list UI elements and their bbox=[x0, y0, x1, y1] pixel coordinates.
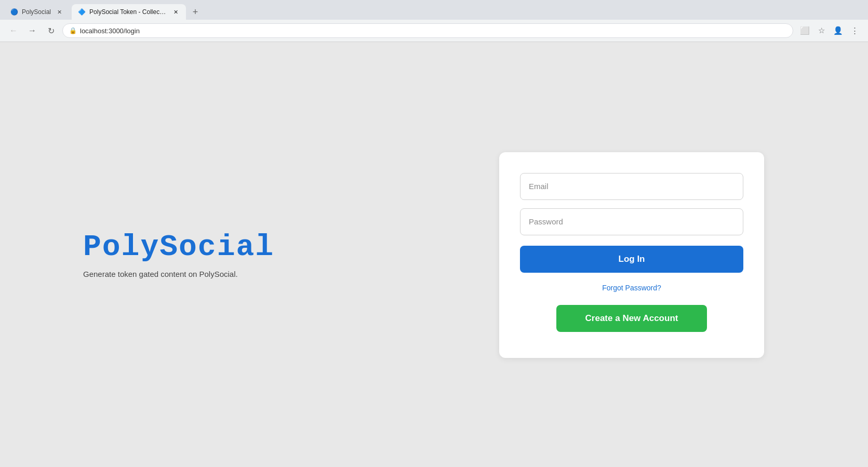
login-button[interactable]: Log In bbox=[520, 246, 743, 273]
left-section: PolySocial Generate token gated content … bbox=[83, 232, 274, 278]
forgot-password-container: Forgot Password? bbox=[520, 283, 743, 292]
page-content: PolySocial Generate token gated content … bbox=[0, 42, 868, 467]
bookmark-icon[interactable]: ☆ bbox=[814, 23, 829, 38]
browser-chrome: 🔵 PolySocial ✕ 🔷 PolySocial Token - Coll… bbox=[0, 0, 868, 42]
tab-favicon-2: 🔷 bbox=[78, 8, 85, 16]
tab-close-2[interactable]: ✕ bbox=[171, 8, 180, 16]
new-tab-button[interactable]: + bbox=[188, 5, 203, 19]
app-logo: PolySocial bbox=[83, 232, 274, 262]
tab-favicon-1: 🔵 bbox=[10, 8, 18, 16]
login-card: Log In Forgot Password? Create a New Acc… bbox=[499, 152, 764, 358]
profile-icon[interactable]: 👤 bbox=[831, 23, 845, 38]
toolbar-icons: ⬜ ☆ 👤 ⋮ bbox=[797, 23, 862, 38]
email-input[interactable] bbox=[520, 173, 743, 200]
forgot-password-link[interactable]: Forgot Password? bbox=[602, 284, 661, 292]
menu-icon[interactable]: ⋮ bbox=[847, 23, 862, 38]
tagline: Generate token gated content on PolySoci… bbox=[83, 269, 274, 278]
tab-polysocial-token[interactable]: 🔷 PolySocial Token - Collection | C... ✕ bbox=[72, 4, 186, 20]
logo-text: PolySocial bbox=[83, 232, 274, 262]
right-section: Log In Forgot Password? Create a New Acc… bbox=[499, 152, 764, 358]
password-input[interactable] bbox=[520, 208, 743, 235]
tab-bar: 🔵 PolySocial ✕ 🔷 PolySocial Token - Coll… bbox=[0, 0, 868, 20]
extensions-icon[interactable]: ⬜ bbox=[797, 23, 812, 38]
forward-button[interactable]: → bbox=[25, 23, 39, 38]
create-account-button[interactable]: Create a New Account bbox=[556, 305, 707, 332]
tab-title-2: PolySocial Token - Collection | C... bbox=[89, 8, 167, 16]
reload-button[interactable]: ↻ bbox=[44, 23, 58, 38]
lock-icon: 🔒 bbox=[69, 27, 77, 34]
address-bar[interactable]: 🔒 localhost:3000/login bbox=[62, 23, 793, 38]
tab-title-1: PolySocial bbox=[22, 8, 51, 16]
tab-polysocial[interactable]: 🔵 PolySocial ✕ bbox=[4, 4, 70, 20]
tab-close-1[interactable]: ✕ bbox=[55, 8, 63, 16]
address-bar-row: ← → ↻ 🔒 localhost:3000/login ⬜ ☆ 👤 ⋮ bbox=[0, 20, 868, 42]
address-text: localhost:3000/login bbox=[80, 27, 140, 35]
back-button[interactable]: ← bbox=[6, 23, 21, 38]
